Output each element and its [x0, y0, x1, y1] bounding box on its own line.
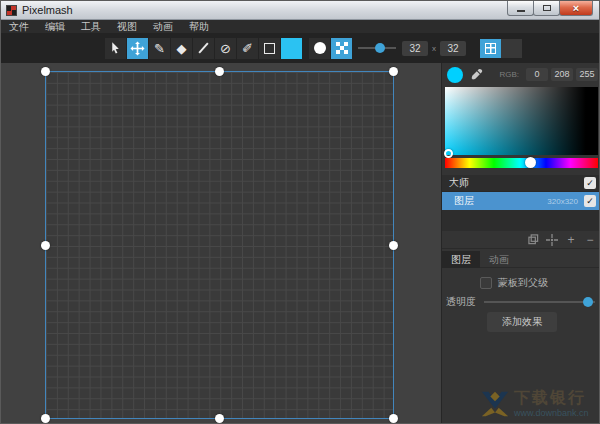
selection-handle[interactable]: [215, 414, 224, 423]
cursor-icon: [109, 41, 122, 55]
app-icon: [6, 5, 17, 16]
center-layer-button[interactable]: [544, 234, 560, 246]
window-title: Pixelmash: [22, 4, 73, 16]
downbank-logo-icon: [480, 387, 510, 419]
select-tool-button[interactable]: [105, 38, 126, 59]
rgb-label: RGB:: [499, 70, 519, 79]
shade-tool-button[interactable]: ⊘: [215, 38, 236, 59]
add-effect-button[interactable]: 添加效果: [487, 312, 557, 332]
window-controls: ×: [508, 1, 593, 16]
mask-to-parent-row: 蒙板到父级: [442, 276, 600, 290]
brush-icon: ✐: [242, 41, 253, 56]
minimize-button[interactable]: [507, 1, 534, 16]
menu-view[interactable]: 视图: [109, 20, 145, 33]
line-tool-button[interactable]: [193, 38, 214, 59]
grid-icon: [485, 43, 496, 54]
selection-handle[interactable]: [389, 241, 398, 250]
opacity-slider-thumb[interactable]: [583, 297, 593, 307]
layer-visibility-checkbox[interactable]: ✓: [584, 177, 596, 189]
selection-handle[interactable]: [215, 67, 224, 76]
move-icon: [130, 41, 145, 56]
add-layer-button[interactable]: +: [563, 233, 579, 247]
hue-slider[interactable]: [445, 158, 598, 168]
rectangle-tool-button[interactable]: [259, 38, 280, 59]
menu-bar: 文件 编辑 工具 视图 动画 帮助: [1, 20, 599, 33]
check-icon: ✓: [586, 178, 594, 188]
mask-to-parent-label: 蒙板到父级: [498, 276, 548, 290]
opacity-label: 透明度: [446, 295, 476, 309]
current-color-well[interactable]: [447, 67, 463, 83]
pixel-canvas[interactable]: [45, 71, 394, 419]
layer-row-selected[interactable]: 图层 320x320 ✓: [442, 192, 600, 210]
red-value-field[interactable]: 0: [526, 68, 548, 81]
tab-layer[interactable]: 图层: [442, 251, 480, 268]
canvas-width-field[interactable]: 32: [402, 41, 428, 56]
dimension-separator: x: [432, 44, 436, 53]
layer-visibility-checkbox[interactable]: ✓: [584, 195, 596, 207]
pattern-brush-button[interactable]: [331, 38, 352, 59]
round-brush-button[interactable]: [309, 38, 330, 59]
move-tool-button[interactable]: [127, 38, 148, 59]
layer-size-label: 320x320: [547, 197, 578, 206]
shade-icon: ⊘: [220, 41, 231, 56]
layer-list: 大师 ✓ 图层 320x320 ✓: [442, 175, 600, 231]
selection-handle[interactable]: [41, 67, 50, 76]
maximize-icon: [543, 5, 551, 11]
pencil-tool-button[interactable]: ✎: [149, 38, 170, 59]
selection-handle[interactable]: [389, 67, 398, 76]
color-swatch-button[interactable]: [281, 38, 302, 59]
slider-thumb[interactable]: [375, 43, 385, 53]
close-icon: ×: [573, 2, 579, 14]
workspace: [1, 63, 441, 423]
menu-tools[interactable]: 工具: [73, 20, 109, 33]
grid-off-button[interactable]: [501, 39, 522, 58]
menu-file[interactable]: 文件: [1, 20, 37, 33]
inspector-tabs: 图层 动画: [442, 251, 600, 268]
canvas-height-field[interactable]: 32: [440, 41, 466, 56]
line-icon: [198, 43, 208, 54]
check-icon: ✓: [586, 196, 594, 206]
layer-name: 大师: [449, 176, 469, 190]
color-value-row: RGB: 0 208 255: [447, 65, 598, 84]
duplicate-icon: [528, 234, 539, 245]
grid-on-button[interactable]: [480, 39, 501, 58]
eraser-tool-button[interactable]: ◆: [171, 38, 192, 59]
dither-pattern-icon: [336, 42, 348, 54]
tab-animation[interactable]: 动画: [480, 251, 518, 268]
layer-actions-row: + −: [442, 231, 600, 249]
watermark: 下载银行 www.downbank.cn: [480, 387, 600, 423]
watermark-title: 下载银行: [514, 388, 586, 409]
hue-slider-thumb[interactable]: [525, 157, 536, 168]
duplicate-layer-button[interactable]: [525, 234, 541, 245]
maximize-button[interactable]: [533, 1, 560, 16]
selection-handle[interactable]: [41, 414, 50, 423]
opacity-slider-track: [484, 301, 595, 303]
minus-icon: −: [586, 233, 593, 247]
opacity-slider[interactable]: [484, 295, 595, 309]
menu-animation[interactable]: 动画: [145, 20, 181, 33]
eraser-icon: ◆: [177, 41, 187, 56]
master-layer-row[interactable]: 大师 ✓: [442, 175, 600, 192]
eyedropper-button[interactable]: [470, 68, 483, 81]
right-panel: RGB: 0 208 255 大师 ✓ 图层 320x320 ✓: [441, 63, 600, 423]
rectangle-icon: [264, 43, 275, 54]
tool-group: ✎ ◆ ⊘ ✐ 32 x 32: [105, 38, 522, 59]
pencil-icon: ✎: [154, 41, 165, 56]
title-bar: Pixelmash ×: [1, 1, 599, 20]
grid-toggle-group: [480, 39, 522, 58]
menu-help[interactable]: 帮助: [181, 20, 217, 33]
selection-handle[interactable]: [41, 241, 50, 250]
mask-to-parent-checkbox[interactable]: [480, 277, 492, 289]
saturation-value-picker[interactable]: [445, 87, 598, 155]
brush-tool-button[interactable]: ✐: [237, 38, 258, 59]
sv-picker-thumb[interactable]: [444, 149, 453, 158]
close-button[interactable]: ×: [559, 1, 593, 16]
green-value-field[interactable]: 208: [551, 68, 573, 81]
menu-edit[interactable]: 编辑: [37, 20, 73, 33]
remove-layer-button[interactable]: −: [582, 233, 598, 247]
blue-value-field[interactable]: 255: [576, 68, 598, 81]
pixelmash-window: Pixelmash × 文件 编辑 工具 视图 动画 帮助 ✎ ◆ ⊘ ✐: [0, 0, 600, 424]
selection-handle[interactable]: [389, 414, 398, 423]
crosshair-icon: [546, 234, 558, 246]
brush-size-slider[interactable]: [358, 41, 396, 55]
